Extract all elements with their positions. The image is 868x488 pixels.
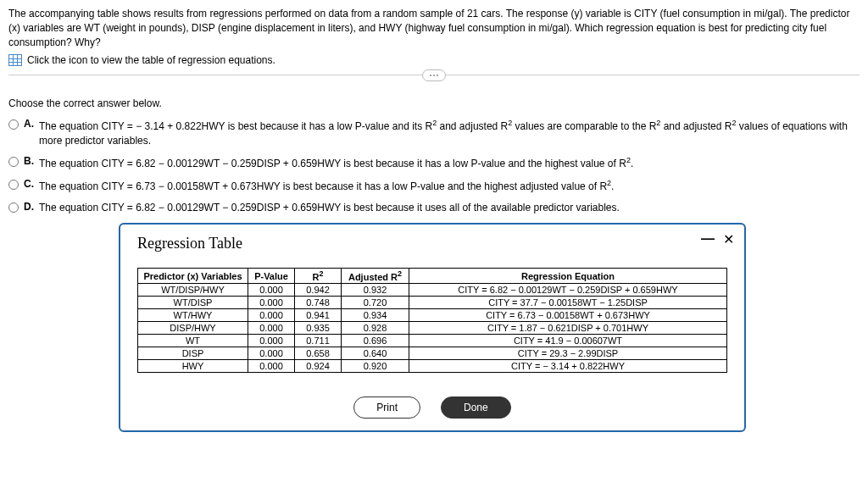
- option-a[interactable]: A. The equation CITY = − 3.14 + 0.822HWY…: [8, 118, 860, 148]
- th-equation: Regression Equation: [409, 269, 727, 284]
- table-cell: CITY = − 3.14 + 0.822HWY: [409, 360, 727, 373]
- option-text: The equation CITY = 6.73 − 0.00158WT + 0…: [39, 178, 614, 194]
- table-row: WT/DISP/HWY0.0000.9420.932CITY = 6.82 − …: [138, 284, 727, 297]
- table-cell: DISP/HWY: [138, 322, 248, 335]
- table-cell: WT/DISP/HWY: [138, 284, 248, 297]
- table-cell: CITY = 37.7 − 0.00158WT − 1.25DISP: [409, 297, 727, 309]
- table-cell: CITY = 41.9 − 0.00607WT: [409, 335, 727, 347]
- answer-options: A. The equation CITY = − 3.14 + 0.822HWY…: [8, 118, 860, 214]
- table-cell: 0.934: [342, 309, 409, 322]
- view-table-link[interactable]: Click the icon to view the table of regr…: [8, 54, 860, 66]
- table-cell: 0.748: [295, 297, 342, 309]
- radio-b[interactable]: [8, 157, 19, 167]
- regression-table: Predictor (x) Variables P-Value R2 Adjus…: [137, 268, 727, 373]
- table-cell: WT/HWY: [138, 309, 248, 322]
- radio-d[interactable]: [8, 202, 19, 213]
- table-cell: CITY = 6.82 − 0.00129WT − 0.259DISP + 0.…: [409, 284, 727, 297]
- table-icon: [8, 54, 22, 66]
- table-row: DISP0.0000.6580.640CITY = 29.3 − 2.99DIS…: [138, 347, 727, 360]
- table-cell: 0.696: [342, 335, 409, 347]
- table-row: DISP/HWY0.0000.9350.928CITY = 1.87 − 0.6…: [138, 322, 727, 335]
- close-icon[interactable]: ✕: [723, 231, 734, 247]
- option-text: The equation CITY = 6.82 − 0.00129WT − 0…: [39, 155, 633, 171]
- table-cell: 0.000: [248, 335, 295, 347]
- table-cell: 0.000: [248, 322, 295, 335]
- option-d[interactable]: D. The equation CITY = 6.82 − 0.00129WT …: [8, 201, 860, 215]
- table-cell: 0.000: [248, 347, 295, 360]
- question-intro: The accompanying table shows results fro…: [8, 7, 860, 49]
- print-button[interactable]: Print: [353, 396, 420, 419]
- table-cell: 0.924: [295, 360, 342, 373]
- option-c[interactable]: C. The equation CITY = 6.73 − 0.00158WT …: [8, 178, 860, 194]
- table-cell: 0.720: [342, 297, 409, 309]
- table-row: WT/HWY0.0000.9410.934CITY = 6.73 − 0.001…: [138, 309, 727, 322]
- modal-title: Regression Table: [137, 235, 727, 252]
- table-cell: 0.000: [248, 360, 295, 373]
- th-pvalue: P-Value: [248, 269, 295, 284]
- table-row: WT/DISP0.0000.7480.720CITY = 37.7 − 0.00…: [138, 297, 727, 309]
- th-r2: R2: [295, 269, 342, 284]
- radio-c[interactable]: [8, 180, 19, 190]
- divider-handle-icon[interactable]: [422, 69, 446, 81]
- th-predictor: Predictor (x) Variables: [138, 269, 248, 284]
- table-cell: CITY = 6.73 − 0.00158WT + 0.673HWY: [409, 309, 727, 322]
- table-row: HWY0.0000.9240.920CITY = − 3.14 + 0.822H…: [138, 360, 727, 373]
- done-button[interactable]: Done: [441, 396, 511, 419]
- option-letter: C.: [24, 178, 34, 190]
- table-cell: 0.935: [295, 322, 342, 335]
- option-b[interactable]: B. The equation CITY = 6.82 − 0.00129WT …: [8, 155, 860, 171]
- radio-a[interactable]: [8, 119, 19, 130]
- option-letter: D.: [24, 201, 34, 213]
- table-row: WT0.0000.7110.696CITY = 41.9 − 0.00607WT: [138, 335, 727, 347]
- table-cell: HWY: [138, 360, 248, 373]
- table-cell: DISP: [138, 347, 248, 360]
- table-cell: CITY = 29.3 − 2.99DISP: [409, 347, 727, 360]
- answer-prompt: Choose the correct answer below.: [8, 97, 860, 109]
- option-letter: A.: [24, 118, 34, 130]
- table-cell: 0.928: [342, 322, 409, 335]
- table-cell: WT/DISP: [138, 297, 248, 309]
- table-cell: 0.941: [295, 309, 342, 322]
- option-text: The equation CITY = − 3.14 + 0.822HWY is…: [39, 118, 860, 148]
- table-cell: 0.640: [342, 347, 409, 360]
- option-text: The equation CITY = 6.82 − 0.00129WT − 0…: [39, 201, 620, 215]
- table-cell: 0.920: [342, 360, 409, 373]
- table-link-label: Click the icon to view the table of regr…: [27, 54, 275, 66]
- table-cell: CITY = 1.87 − 0.621DISP + 0.701HWY: [409, 322, 727, 335]
- th-adj-r2: Adjusted R2: [342, 269, 409, 284]
- table-header-row: Predictor (x) Variables P-Value R2 Adjus…: [138, 269, 727, 284]
- option-letter: B.: [24, 155, 34, 167]
- section-divider: [8, 75, 860, 87]
- table-cell: 0.658: [295, 347, 342, 360]
- table-cell: 0.000: [248, 284, 295, 297]
- table-cell: 0.711: [295, 335, 342, 347]
- table-cell: WT: [138, 335, 248, 347]
- minimize-icon[interactable]: —: [701, 231, 715, 247]
- table-cell: 0.932: [342, 284, 409, 297]
- table-cell: 0.000: [248, 297, 295, 309]
- regression-table-modal: — ✕ Regression Table Predictor (x) Varia…: [119, 223, 746, 432]
- table-cell: 0.000: [248, 309, 295, 322]
- table-cell: 0.942: [295, 284, 342, 297]
